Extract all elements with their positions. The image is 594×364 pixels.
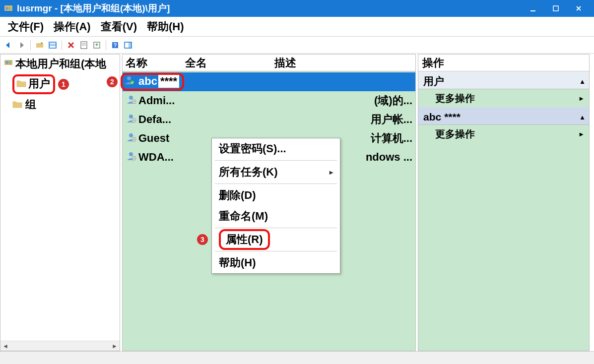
actions-section-selected[interactable]: abc**** ▴ — [418, 107, 589, 125]
title-bar: lusrmgr - [本地用户和组(本地)\用户] — [0, 0, 594, 17]
actions-section-users[interactable]: 用户 ▴ — [418, 71, 589, 89]
col-desc[interactable]: 描述 — [274, 56, 415, 70]
chevron-up-icon: ▴ — [581, 113, 584, 121]
delete-button[interactable] — [66, 40, 76, 51]
ctx-label: 重命名(M) — [219, 209, 268, 224]
folder-icon — [16, 77, 26, 90]
ctx-label: 属性(R) — [226, 233, 263, 245]
user-icon — [124, 75, 136, 88]
menu-help[interactable]: 帮助(H) — [142, 19, 189, 34]
maximize-button[interactable] — [544, 0, 567, 17]
user-name: Guest — [138, 132, 169, 145]
svg-point-22 — [129, 96, 133, 100]
user-icon — [126, 132, 138, 145]
export-button[interactable] — [91, 40, 102, 51]
tree-item-groups[interactable]: 组 — [12, 97, 117, 112]
menu-action[interactable]: 操作(A) — [49, 19, 96, 34]
status-bar — [0, 351, 594, 364]
actions-pane: 操作 用户 ▴ 更多操作 ▸ abc**** ▴ 更多操作 ▸ — [418, 54, 590, 351]
tree-hscroll[interactable]: ◄ ► — [0, 341, 120, 351]
svg-rect-3 — [530, 10, 535, 11]
tree-view[interactable]: 本地用户和组(本地 用户 1 组 — [0, 55, 120, 341]
tree-item-users[interactable]: 用户 1 — [12, 74, 117, 94]
chevron-right-icon: ▸ — [580, 130, 583, 138]
new-folder-button[interactable] — [34, 40, 45, 51]
selected-user-mask: **** — [444, 111, 461, 123]
detail-view-button[interactable] — [47, 40, 58, 51]
list-item[interactable]: 2 abc**** — [123, 72, 415, 91]
svg-point-20 — [127, 76, 131, 80]
window-title: lusrmgr - [本地用户和组(本地)\用户] — [17, 2, 170, 15]
user-desc: 用户帐... — [371, 112, 415, 127]
chevron-right-icon: ▸ — [330, 168, 333, 176]
list-item[interactable]: Defa... 用户帐... — [123, 110, 415, 129]
link-label: 更多操作 — [435, 92, 475, 105]
svg-point-19 — [8, 61, 11, 64]
svg-point-18 — [5, 61, 8, 64]
actions-more-selected[interactable]: 更多操作 ▸ — [418, 125, 589, 143]
app-icon — [4, 4, 13, 13]
tree-item-label: 组 — [25, 97, 36, 112]
link-label: 更多操作 — [435, 127, 475, 141]
context-menu: 设置密码(S)... 所有任务(K)▸ 删除(D) 重命名(M) 3 属性(R)… — [211, 138, 340, 274]
selected-user-label: abc — [423, 111, 441, 122]
svg-point-26 — [129, 133, 133, 137]
ctx-label: 删除(D) — [219, 188, 256, 203]
svg-rect-6 — [49, 42, 56, 48]
svg-point-28 — [129, 152, 133, 156]
svg-rect-4 — [553, 6, 558, 11]
ctx-label: 所有任务(K) — [219, 165, 278, 180]
ctx-rename[interactable]: 重命名(M) — [212, 206, 340, 227]
user-desc: 计算机... — [371, 131, 415, 146]
ctx-delete[interactable]: 删除(D) — [212, 185, 340, 206]
ctx-set-password[interactable]: 设置密码(S)... — [212, 138, 340, 159]
help-button[interactable]: ? — [110, 40, 121, 51]
chevron-right-icon: ▸ — [580, 94, 583, 102]
user-desc: ndows ... — [366, 151, 415, 164]
col-fullname[interactable]: 全名 — [185, 56, 274, 70]
svg-point-2 — [8, 7, 11, 10]
list-item[interactable]: Admi... (域)的... — [123, 91, 415, 110]
user-icon — [126, 94, 138, 107]
menu-file[interactable]: 文件(F) — [3, 19, 49, 34]
minimize-button[interactable] — [522, 0, 544, 17]
properties-button[interactable] — [78, 40, 89, 51]
user-icon — [126, 113, 138, 126]
user-desc: (域)的... — [374, 93, 415, 108]
user-name: Defa... — [138, 113, 171, 126]
ctx-all-tasks[interactable]: 所有任务(K)▸ — [212, 162, 340, 182]
tree-item-label: 用户 — [28, 76, 50, 91]
user-name: WDA... — [138, 151, 174, 164]
svg-point-1 — [5, 7, 8, 10]
menu-view[interactable]: 查看(V) — [96, 19, 142, 34]
scroll-right-icon[interactable]: ► — [110, 341, 120, 351]
callout-2: 2 — [107, 76, 118, 87]
user-name: abc — [138, 75, 157, 87]
back-button[interactable] — [3, 40, 14, 51]
tree-root-item[interactable]: 本地用户和组(本地 — [3, 57, 117, 71]
svg-rect-16 — [129, 42, 132, 48]
col-name[interactable]: 名称 — [123, 56, 185, 70]
ctx-separator — [215, 228, 337, 228]
action-pane-button[interactable] — [123, 40, 133, 51]
scroll-left-icon[interactable]: ◄ — [0, 341, 10, 351]
ctx-properties[interactable]: 3 属性(R) — [212, 229, 340, 250]
actions-more-users[interactable]: 更多操作 ▸ — [418, 89, 589, 107]
user-masked: **** — [158, 75, 179, 88]
close-button[interactable] — [567, 0, 590, 17]
computer-icon — [3, 58, 13, 70]
menu-bar: 文件(F) 操作(A) 查看(V) 帮助(H) — [0, 17, 594, 37]
section-label: 用户 — [423, 74, 444, 88]
actions-header: 操作 — [418, 55, 589, 71]
ctx-help[interactable]: 帮助(H) — [212, 252, 340, 273]
callout-1: 1 — [58, 79, 69, 90]
svg-rect-5 — [36, 43, 43, 48]
ctx-label: 设置密码(S)... — [219, 141, 286, 156]
tree-pane: 本地用户和组(本地 用户 1 组 ◄ ► — [0, 54, 120, 351]
svg-point-24 — [129, 115, 133, 119]
user-name: Admi... — [138, 94, 175, 107]
ctx-separator — [215, 160, 337, 161]
forward-button[interactable] — [16, 40, 27, 51]
chevron-up-icon: ▴ — [581, 77, 584, 85]
toolbar: ? — [0, 37, 594, 54]
